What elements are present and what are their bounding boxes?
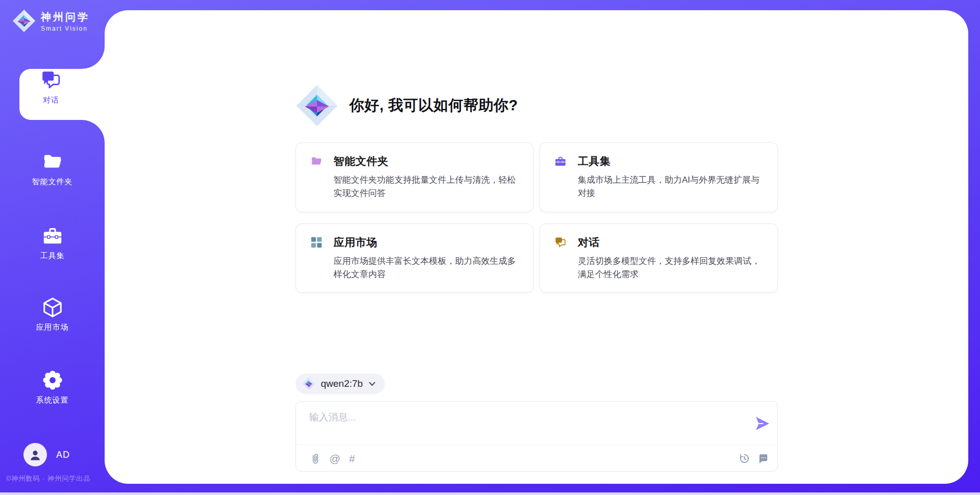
sidebar-item-label: 系统设置 [0,395,105,405]
card-app-market[interactable]: 应用市场 应用市场提供丰富长文本模板，助力高效生成多样化文章内容 [296,224,534,293]
sidebar-item-label: 应用市场 [0,323,105,332]
history-icon[interactable] [739,453,750,464]
model-selector[interactable]: qwen2:7b [296,374,385,394]
chat-icon [40,69,62,91]
user-profile[interactable]: AD [23,443,70,466]
card-description: 应用市场提供丰富长文本模板，助力高效生成多样化文章内容 [334,255,519,282]
composer-divider [296,444,777,444]
chat-icon [554,236,567,249]
model-logo-icon [302,377,315,390]
sidebar-item-label: 工具集 [0,251,105,261]
message-composer: @ # [296,401,778,472]
card-chat[interactable]: 对话 灵活切换多模型文件，支持多样回复效果调试，满足个性化需求 [540,224,778,293]
card-title: 工具集 [578,154,611,168]
card-title: 对话 [578,235,600,250]
sidebar-item-smart-folder[interactable]: 智能文件夹 [0,151,105,187]
message-input[interactable] [309,411,748,440]
sidebar-item-label: 对话 [0,95,102,105]
user-name: AD [56,450,70,460]
brand-name: 神州问学 [41,10,90,24]
send-icon[interactable] [754,415,771,432]
greeting-block: 你好, 我可以如何帮助你? [296,10,778,127]
bottom-edge-strip [0,492,980,495]
card-title: 应用市场 [334,235,378,250]
card-description: 智能文件夹功能支持批量文件上传与清洗，轻松实现文件问答 [334,174,519,201]
card-toolset[interactable]: 工具集 集成市场上主流工具，助力AI与外界无缝扩展与对接 [540,142,778,212]
sidebar-item-app-market[interactable]: 应用市场 [0,296,105,332]
cube-icon [42,296,63,318]
sidebar-item-label: 智能文件夹 [0,177,105,187]
feature-cards: 智能文件夹 智能文件夹功能支持批量文件上传与清洗，轻松实现文件问答 工具集 集成… [296,142,778,293]
assistant-logo-icon [296,84,338,127]
sidebar-item-settings[interactable]: 系统设置 [0,369,105,405]
card-description: 集成市场上主流工具，助力AI与外界无缝扩展与对接 [578,174,763,201]
toolbox-icon [554,155,567,167]
toolbox-icon [42,225,63,246]
folder-icon [310,155,323,167]
card-description: 灵活切换多模型文件，支持多样回复效果调试，满足个性化需求 [578,255,763,282]
at-icon[interactable]: @ [330,453,340,464]
folder-icon [42,151,63,172]
card-title: 智能文件夹 [334,154,389,168]
message-icon[interactable] [757,453,769,464]
avatar [23,443,47,466]
person-icon [29,448,42,461]
model-name: qwen2:7b [321,378,363,389]
chevron-down-icon [369,381,376,387]
brand-diamond-icon [12,9,36,33]
card-smart-folder[interactable]: 智能文件夹 智能文件夹功能支持批量文件上传与清洗，轻松实现文件问答 [296,142,534,212]
sidebar-item-toolset[interactable]: 工具集 [0,225,105,261]
app-screen: 神州问学 Smart Vision 对话 智能文件夹 工具集 应用市场 系统设置 [0,0,980,495]
gear-icon [42,369,63,391]
brand: 神州问学 Smart Vision [12,9,90,33]
grid-icon [310,236,323,249]
greeting-title: 你好, 我可以如何帮助你? [350,95,518,116]
brand-subtitle: Smart Vision [41,25,90,32]
sidebar-item-chat[interactable]: 对话 [0,69,102,105]
main-panel: 你好, 我可以如何帮助你? 智能文件夹 智能文件夹功能支持批量文件上传与清洗，轻… [105,10,968,484]
paperclip-icon[interactable] [309,453,321,464]
hash-icon[interactable]: # [349,453,355,464]
sidebar-footer: ©神州数码 · 神州问学出品 [6,474,108,483]
